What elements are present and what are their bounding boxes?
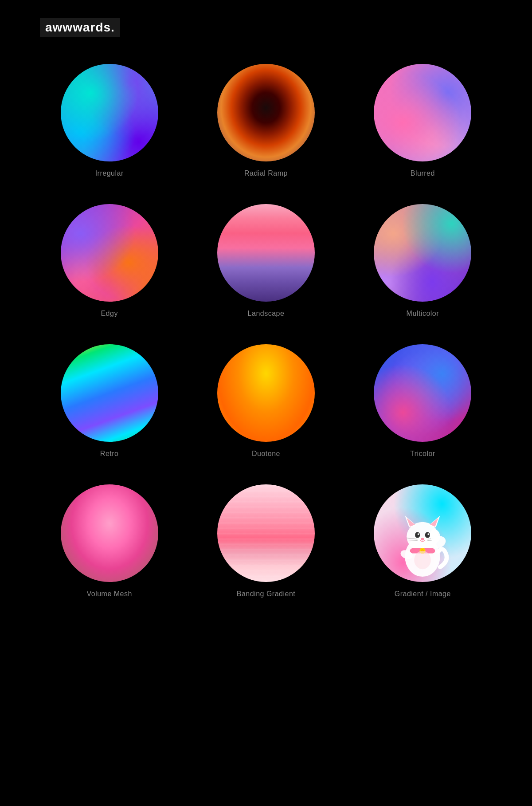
gradient-label-volume-mesh: Volume Mesh xyxy=(86,590,132,598)
gradient-label-banding: Banding Gradient xyxy=(237,590,296,598)
gradient-label-multicolor: Multicolor xyxy=(407,310,439,318)
gradient-circle-radial-ramp[interactable] xyxy=(217,64,315,161)
svg-point-21 xyxy=(415,551,431,569)
gradient-label-blurred: Blurred xyxy=(411,169,435,177)
gradient-item-irregular: Irregular xyxy=(40,64,179,177)
gradient-circle-volume-mesh[interactable] xyxy=(61,484,158,582)
svg-point-9 xyxy=(428,533,430,535)
gradient-label-edgy: Edgy xyxy=(101,310,117,318)
gradient-circle-blurred[interactable] xyxy=(374,64,471,161)
gradient-label-tricolor: Tricolor xyxy=(410,450,435,458)
gradient-circle-duotone[interactable] xyxy=(217,344,315,442)
svg-point-8 xyxy=(418,533,419,535)
gradient-label-retro: Retro xyxy=(100,450,119,458)
gradient-circle-edgy[interactable] xyxy=(61,204,158,302)
gradient-label-radial-ramp: Radial Ramp xyxy=(244,169,288,177)
lucky-cat-icon xyxy=(391,507,454,578)
gradient-label-irregular: Irregular xyxy=(95,169,124,177)
gradient-item-volume-mesh: Volume Mesh xyxy=(40,484,179,598)
gradient-circle-multicolor[interactable] xyxy=(374,204,471,302)
svg-point-10 xyxy=(421,538,425,541)
gradient-item-gradient-image: Gradient / Image xyxy=(353,484,492,598)
gradient-item-banding: Banding Gradient xyxy=(196,484,335,598)
gradient-item-retro: Retro xyxy=(40,344,179,458)
gradient-item-blurred: Blurred xyxy=(353,64,492,177)
logo[interactable]: awwwards. xyxy=(40,18,120,37)
gradient-item-landscape: Landscape xyxy=(196,204,335,318)
gradient-item-radial-ramp: Radial Ramp xyxy=(196,64,335,177)
gradient-grid: Irregular Radial Ramp Blurred Edgy Lands… xyxy=(0,46,532,625)
svg-point-6 xyxy=(415,532,420,538)
gradient-label-gradient-image: Gradient / Image xyxy=(395,590,451,598)
gradient-item-tricolor: Tricolor xyxy=(353,344,492,458)
gradient-circle-banding[interactable] xyxy=(217,484,315,582)
gradient-item-edgy: Edgy xyxy=(40,204,179,318)
gradient-label-landscape: Landscape xyxy=(248,310,285,318)
gradient-circle-irregular[interactable] xyxy=(61,64,158,161)
gradient-circle-tricolor[interactable] xyxy=(374,344,471,442)
gradient-circle-landscape[interactable] xyxy=(217,204,315,302)
gradient-item-multicolor: Multicolor xyxy=(353,204,492,318)
logo-area: awwwards. xyxy=(0,0,532,46)
gradient-item-duotone: Duotone xyxy=(196,344,335,458)
svg-point-7 xyxy=(425,532,430,538)
gradient-circle-gradient-image[interactable] xyxy=(374,484,471,582)
gradient-circle-retro[interactable] xyxy=(61,344,158,442)
gradient-label-duotone: Duotone xyxy=(252,450,280,458)
